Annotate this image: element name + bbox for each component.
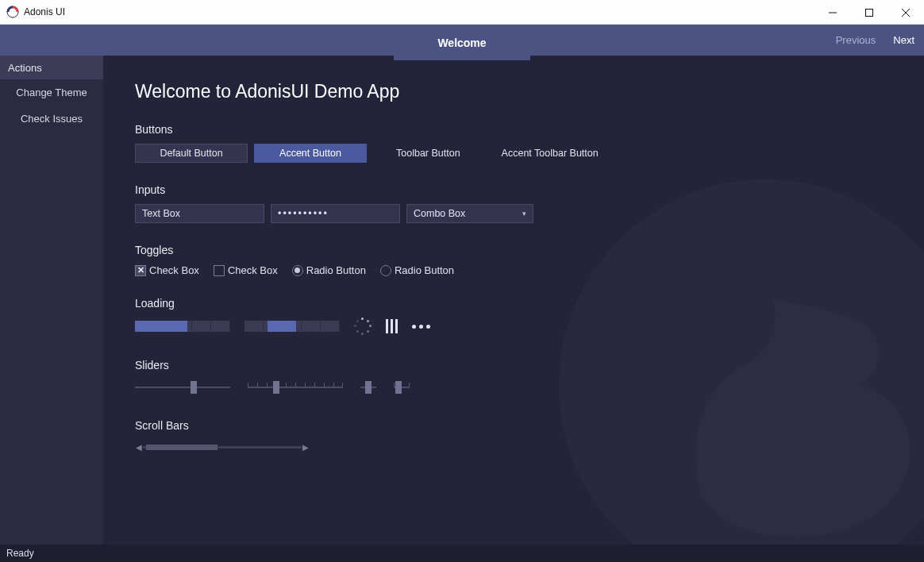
section-inputs-label: Inputs [135,183,892,196]
chevron-down-icon: ▾ [522,210,526,217]
slider-4[interactable] [394,379,410,395]
app-icon [6,6,19,18]
radio-2[interactable]: Radio Button [380,264,454,276]
window-controls [814,0,924,25]
section-loading-label: Loading [135,297,892,310]
checkbox-1[interactable]: ✕ Check Box [135,264,199,276]
slider-2[interactable] [248,379,343,395]
body: Actions Change Theme Check Issues Welcom… [0,56,924,545]
checkbox-2-label: Check Box [228,264,278,276]
progress-bar-1 [135,321,230,332]
svg-rect-2 [866,9,873,16]
section-buttons-label: Buttons [135,123,892,136]
default-button[interactable]: Default Button [135,144,248,163]
accent-toolbar-button[interactable]: Accent Toolbar Button [496,144,604,163]
spinner-bars-icon [386,319,398,333]
password-input[interactable]: •••••••••• [271,204,400,223]
close-button[interactable] [887,0,924,25]
radio-icon [380,265,391,276]
checkbox-icon: ✕ [135,265,146,276]
scroll-right-icon[interactable]: ▶ [302,443,310,452]
nav-tab-label: Welcome [437,37,486,49]
password-value: •••••••••• [278,208,329,219]
scroll-track[interactable] [143,446,302,448]
scroll-thumb[interactable] [146,445,218,450]
checkbox-1-label: Check Box [149,264,199,276]
section-scrollbars-label: Scroll Bars [135,419,892,432]
slider-1[interactable] [135,379,230,395]
progress-bar-2 [244,321,340,332]
spinner-dots-icon [412,325,430,329]
radio-icon [292,265,303,276]
horizontal-scrollbar[interactable]: ◀ ▶ [135,440,310,454]
combo-box[interactable]: Combo Box ▾ [406,204,533,223]
toolbar-button[interactable]: Toolbar Button [391,144,466,163]
section-toggles-label: Toggles [135,244,892,256]
maximize-button[interactable] [851,0,887,25]
main: Welcome to AdonisUI Demo App Buttons Def… [103,56,924,545]
spinner-circle-icon [354,318,372,335]
sidebar-item-change-theme[interactable]: Change Theme [0,79,103,106]
sidebar-header: Actions [0,56,103,79]
titlebar: Adonis UI [0,0,924,25]
text-box-value: Text Box [142,208,180,219]
sidebar: Actions Change Theme Check Issues [0,56,103,545]
nav-previous[interactable]: Previous [836,34,876,46]
slider-3[interactable] [360,379,376,395]
scroll-left-icon[interactable]: ◀ [135,443,143,452]
accent-button[interactable]: Accent Button [254,144,367,163]
status-text: Ready [6,548,34,559]
minimize-button[interactable] [814,0,851,25]
sidebar-item-check-issues[interactable]: Check Issues [0,106,103,132]
nav-next[interactable]: Next [893,34,914,46]
text-box-input[interactable]: Text Box [135,204,264,223]
radio-1[interactable]: Radio Button [292,264,366,276]
checkbox-icon [214,265,225,276]
checkbox-2[interactable]: Check Box [214,264,278,276]
statusbar: Ready [0,545,924,562]
navbar: Welcome Previous Next [0,25,924,56]
section-sliders-label: Sliders [135,359,892,371]
page-title: Welcome to AdonisUI Demo App [135,81,892,102]
radio-1-label: Radio Button [306,264,366,276]
nav-tab-welcome[interactable]: Welcome [394,25,530,60]
window-title: Adonis UI [24,6,65,17]
radio-2-label: Radio Button [395,264,454,276]
combo-value: Combo Box [414,208,465,219]
